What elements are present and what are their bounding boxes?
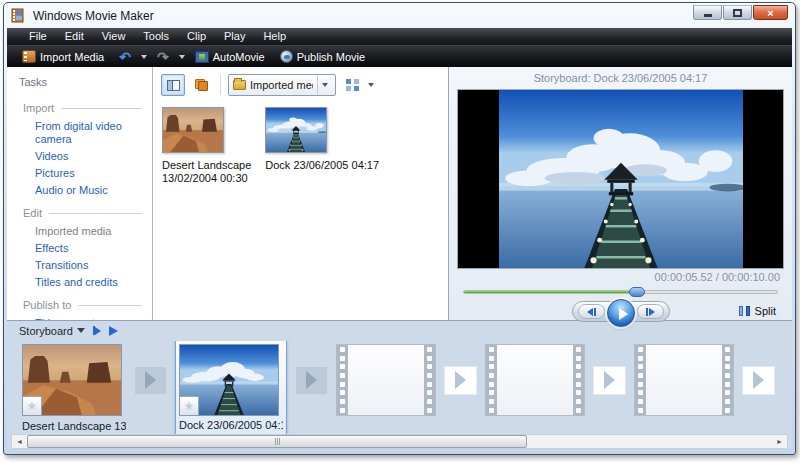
collections-icon [195,79,208,91]
storyboard-pane: Storyboard [7,320,792,449]
star-icon: ★ [184,399,195,413]
transition-cell[interactable] [742,366,775,395]
film-sprockets [486,347,497,413]
split-icon [739,306,750,316]
task-audio-or-music[interactable]: Audio or Music [19,182,152,199]
transition-cell[interactable] [295,366,328,395]
split-label: Split [755,305,776,317]
previous-frame-bar [594,308,596,316]
undo-dropdown-caret[interactable] [141,55,147,59]
effects-star-badge[interactable]: ★ [180,396,199,415]
collections-button[interactable] [189,74,213,96]
next-frame-bar [646,308,648,316]
storyboard-clip-dock-selected[interactable]: ★ Dock 23/06/2005 04:17 [175,341,287,434]
menu-edit[interactable]: Edit [56,29,93,44]
next-frame-icon [649,308,655,316]
media-list: Desert Landscape 13/02/2004 00:30 [153,97,448,185]
task-pictures[interactable]: Pictures [19,165,152,182]
play-storyboard-button[interactable] [109,326,118,336]
views-button[interactable] [340,74,364,96]
task-transitions[interactable]: Transitions [19,257,152,274]
desert-thumbnail[interactable] [162,107,224,153]
publish-movie-label: Publish Movie [297,51,365,63]
storyboard-clip-caption: Desert Landscape 13/02/2... [22,420,126,432]
dock-thumbnail[interactable] [265,107,327,153]
maximize-icon [733,9,742,17]
scrollbar-thumb[interactable] [27,435,527,448]
seek-thumb[interactable] [629,287,645,297]
transport-bar [572,301,670,322]
task-from-dv-camera[interactable]: From digital video camera [19,118,152,148]
storyboard-view-label: Storyboard [19,325,73,337]
transition-cell[interactable] [444,366,477,395]
collection-dropdown[interactable]: Imported media [228,74,336,96]
storyboard-empty-cell[interactable] [336,344,436,416]
maximize-button[interactable] [723,5,752,20]
title-bar[interactable]: Windows Movie Maker × [4,3,795,28]
publish-movie-icon [280,50,293,63]
collection-dropdown-value: Imported media [250,79,313,91]
toggle-tasks-pane-button[interactable] [161,74,185,96]
close-button[interactable]: × [753,5,788,20]
collection-toolbar: Imported media [153,67,448,97]
task-effects[interactable]: Effects [19,240,152,257]
collection-pane: Imported media [153,67,448,320]
storyboard-clip-caption: Dock 23/06/2005 04:17 [179,419,283,431]
task-titles-and-credits[interactable]: Titles and credits [19,274,152,291]
menu-clip[interactable]: Clip [178,29,215,44]
views-dropdown-caret[interactable] [368,83,374,87]
star-icon: ★ [27,399,38,413]
storyboard-clip-desert[interactable]: ★ Desert Landscape 13/02/2... [22,344,126,432]
main-toolbar: Import Media ↶ ↷ AutoMovie Publish Movie [7,45,792,67]
import-media-button[interactable]: Import Media [17,48,109,65]
storyboard-empty-cell[interactable] [485,344,585,416]
views-icon [346,79,359,91]
transition-cell[interactable] [134,366,167,395]
scroll-right-button[interactable]: ► [772,435,787,448]
storyboard-clip-desert-image[interactable]: ★ [22,344,122,416]
undo-button[interactable]: ↶ [114,49,136,65]
storyboard-empty-cell[interactable] [634,344,734,416]
window-bottom-frame [4,449,795,454]
film-sprockets [337,347,348,413]
collection-dropdown-caret[interactable] [317,76,332,94]
seek-slider[interactable] [463,286,778,298]
split-button[interactable]: Split [739,305,776,317]
film-sprockets [722,347,733,413]
media-caption-line1: Desert Landscape [162,159,251,172]
media-item-desert[interactable]: Desert Landscape 13/02/2004 00:30 [162,107,251,185]
storyboard-scrollbar[interactable]: ◄ ► [11,434,788,449]
minimize-button[interactable] [693,5,722,20]
menu-play[interactable]: Play [215,29,254,44]
task-videos[interactable]: Videos [19,148,152,165]
import-media-icon [22,50,36,63]
rewind-storyboard-button[interactable] [93,326,101,335]
media-caption-line1: Dock 23/06/2005 04:17 [265,159,379,172]
storyboard-view-dropdown[interactable]: Storyboard [19,325,85,337]
rewind-icon [95,327,101,335]
app-icon [11,8,27,23]
scroll-left-button[interactable]: ◄ [12,435,27,448]
media-item-dock[interactable]: Dock 23/06/2005 04:17 [265,107,379,172]
previous-frame-button[interactable] [578,304,605,319]
menu-help[interactable]: Help [254,29,295,44]
scrollbar-track[interactable] [27,435,772,448]
menu-file[interactable]: File [20,29,56,44]
automovie-button[interactable]: AutoMovie [190,49,270,65]
transition-cell[interactable] [593,366,626,395]
storyboard-header: Storyboard [7,321,792,341]
redo-button[interactable]: ↷ [152,49,174,65]
redo-dropdown-caret[interactable] [179,55,185,59]
menu-view[interactable]: View [93,29,135,44]
menu-tools[interactable]: Tools [134,29,178,44]
storyboard-clip-dock-image[interactable]: ★ [179,344,279,416]
effects-star-badge[interactable]: ★ [23,396,42,415]
transition-arrow-icon [455,371,466,389]
window-title: Windows Movie Maker [33,9,154,23]
transition-arrow-icon [753,371,764,389]
seek-track[interactable] [463,290,778,294]
publish-movie-button[interactable]: Publish Movie [275,48,370,65]
tasks-pane-title: Tasks [19,76,152,88]
next-frame-button[interactable] [637,304,664,319]
play-button[interactable] [607,299,635,327]
